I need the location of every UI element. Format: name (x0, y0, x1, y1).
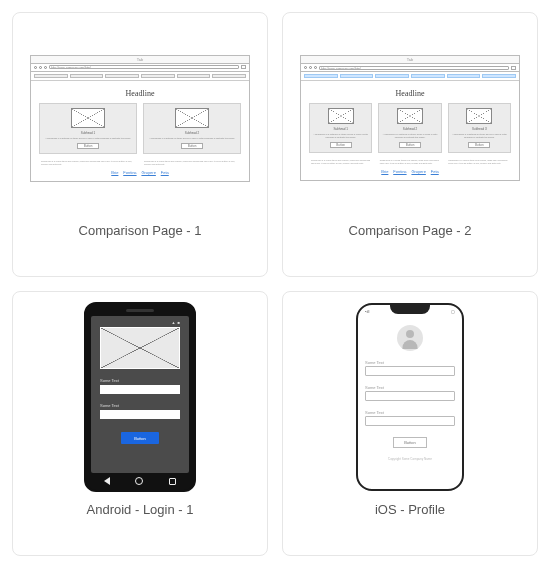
submit-button: Button (393, 437, 427, 448)
image-placeholder-icon (466, 108, 492, 124)
footer-links: Brie Fontina Gruyere Feta (309, 169, 511, 174)
nav-link (105, 74, 139, 78)
browser-tabbar: Tab (31, 56, 249, 64)
template-card-android-login[interactable]: ▲ ■ Some Text Some Text Button Android (12, 291, 268, 556)
column-subhead: Subhead 1 (81, 131, 96, 135)
nav-back-icon (34, 66, 37, 69)
comparison-column: Subhead 1 A comparison is a rhetorical o… (309, 103, 372, 153)
text-input (100, 410, 180, 419)
column-button: Button (77, 143, 99, 149)
android-nav-bar (91, 476, 189, 486)
footer-link: Gruyere (141, 170, 155, 175)
paragraph: Gorgonzola is a veined Italian blue chee… (311, 159, 372, 165)
footer-link: Fontina (393, 169, 406, 174)
search-icon (241, 65, 246, 69)
page-headline: Headline (39, 89, 241, 98)
nav-link (304, 74, 338, 78)
text-input (365, 391, 455, 401)
nav-link (141, 74, 175, 78)
thumbnail: Tab http://www.company.com/html (293, 23, 527, 213)
speaker-icon (126, 309, 154, 312)
home-icon (135, 477, 143, 485)
card-caption: iOS - Profile (375, 502, 445, 517)
search-icon (511, 66, 516, 70)
text-input (100, 385, 180, 394)
thumbnail: ▲ ■ Some Text Some Text Button (23, 302, 257, 492)
column-text: A comparison is a rhetorical or literary… (452, 133, 507, 139)
template-card-ios-profile[interactable]: •ıll ▢ Some Text Some Text Some Text But… (282, 291, 538, 556)
browser-tabbar: Tab (301, 56, 519, 64)
paragraph: Gorgonzola is a veined Italian blue chee… (41, 160, 136, 166)
field-label: Some Text (365, 360, 455, 365)
battery-icon: ■ (178, 320, 180, 325)
browser-wireframe: Tab http://www.company.com/html (300, 55, 520, 181)
avatar-icon (397, 325, 423, 351)
footer-link: Feta (431, 169, 439, 174)
footer-link: Fontina (123, 170, 136, 175)
column-button: Button (330, 142, 352, 148)
column-text: A comparison is a rhetorical or literary… (382, 133, 437, 139)
nav-reload-icon (314, 66, 317, 69)
footer-text: Copyright Some Company Name (365, 457, 455, 461)
thumbnail: Tab http://www.company.com/html (23, 23, 257, 213)
comparison-column: Subhead 2 A comparison is a rhetorical o… (143, 103, 241, 154)
footer-link: Gruyere (411, 169, 425, 174)
footer-link: Feta (161, 170, 169, 175)
paragraph: Gorgonzola is a veined Italian blue chee… (448, 159, 509, 165)
card-caption: Android - Login - 1 (87, 502, 194, 517)
android-phone-wireframe: ▲ ■ Some Text Some Text Button (84, 302, 196, 492)
nav-link (70, 74, 104, 78)
nav-back-icon (304, 66, 307, 69)
image-placeholder-icon (71, 108, 105, 128)
template-grid: Tab http://www.company.com/html (12, 12, 538, 556)
browser-toolbar: http://www.company.com/html (31, 64, 249, 72)
card-caption: Comparison Page - 2 (349, 223, 472, 238)
comparison-column: Subhead 1 A comparison is a rhetorical o… (39, 103, 137, 154)
paragraph: Gorgonzola is a veined Italian blue chee… (380, 159, 441, 165)
column-button: Button (399, 142, 421, 148)
nav-link (177, 74, 211, 78)
nav-link (340, 74, 374, 78)
nav-menu (301, 72, 519, 81)
image-placeholder-icon (100, 327, 180, 369)
column-text: A comparison is a rhetorical or literary… (313, 133, 368, 139)
paragraph: Gorgonzola is a veined Italian blue chee… (144, 160, 239, 166)
nav-link (411, 74, 445, 78)
field-label: Some Text (365, 385, 455, 390)
text-input (365, 416, 455, 426)
column-subhead: Subhead 2 (403, 127, 418, 131)
nav-menu (31, 72, 249, 81)
nav-forward-icon (309, 66, 312, 69)
address-bar: http://www.company.com/html (319, 66, 509, 70)
nav-link (375, 74, 409, 78)
ios-phone-wireframe: •ıll ▢ Some Text Some Text Some Text But… (356, 303, 464, 491)
nav-reload-icon (44, 66, 47, 69)
signal-icon: ▲ (172, 320, 176, 325)
image-placeholder-icon (397, 108, 423, 124)
back-icon (104, 477, 110, 485)
comparison-column: Subhead 3 A comparison is a rhetorical o… (448, 103, 511, 153)
column-subhead: Subhead 3 (472, 127, 487, 131)
thumbnail: •ıll ▢ Some Text Some Text Some Text But… (293, 302, 527, 492)
android-screen: ▲ ■ Some Text Some Text Button (91, 316, 189, 473)
nav-forward-icon (39, 66, 42, 69)
image-placeholder-icon (175, 108, 209, 128)
card-caption: Comparison Page - 1 (79, 223, 202, 238)
template-card-comparison-1[interactable]: Tab http://www.company.com/html (12, 12, 268, 277)
column-subhead: Subhead 2 (185, 131, 200, 135)
tab-label: Tab (407, 57, 413, 62)
field-label: Some Text (100, 378, 180, 383)
field-label: Some Text (100, 403, 180, 408)
nav-link (482, 74, 516, 78)
notch-icon (390, 305, 430, 314)
address-bar: http://www.company.com/html (49, 65, 239, 69)
template-card-comparison-2[interactable]: Tab http://www.company.com/html (282, 12, 538, 277)
nav-link (212, 74, 246, 78)
footer-link: Brie (111, 170, 118, 175)
nav-link (447, 74, 481, 78)
signal-icon: •ıll (365, 309, 369, 314)
column-subhead: Subhead 1 (333, 127, 348, 131)
browser-toolbar: http://www.company.com/html (301, 64, 519, 72)
column-button: Button (468, 142, 490, 148)
field-label: Some Text (365, 410, 455, 415)
